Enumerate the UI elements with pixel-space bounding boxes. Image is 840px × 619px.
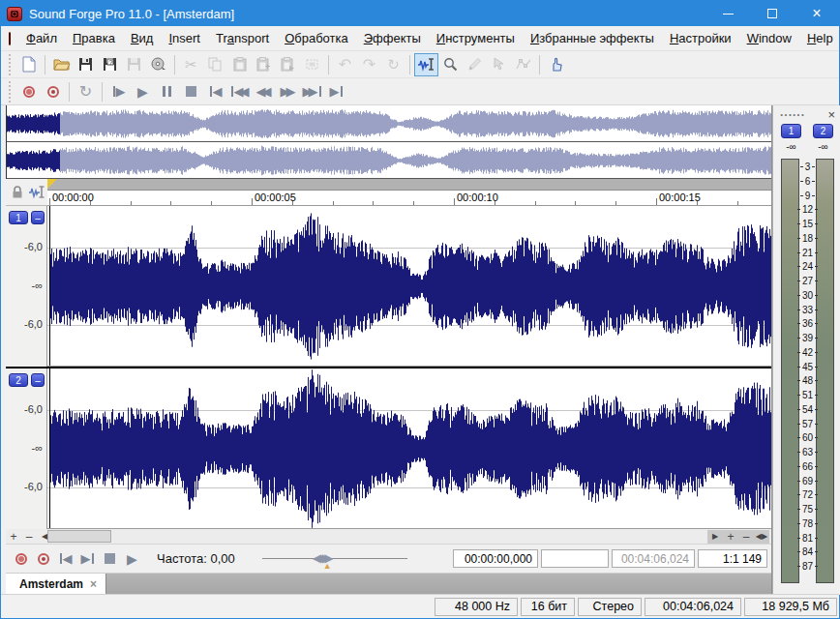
cursor-position-field[interactable]: 00:00:00,000 [453, 549, 538, 568]
record-remote-button[interactable] [32, 547, 54, 571]
go-to-start-button[interactable]: ◀ [54, 547, 76, 571]
meter-scale-label: 15 [795, 220, 820, 229]
extract-cd-button[interactable] [146, 53, 170, 76]
save-as-button[interactable]: ? [98, 53, 122, 76]
zoom-left-button-0[interactable]: + [6, 530, 21, 544]
minimize-icon [723, 14, 734, 15]
tab-close-icon[interactable]: × [90, 577, 97, 591]
scrollbar-thumb[interactable] [47, 530, 111, 543]
zoom-right-button-1[interactable]: + [723, 530, 738, 544]
zoom-ratio-field[interactable]: 1:1 149 [698, 549, 767, 568]
menu-window[interactable]: Window [739, 27, 799, 49]
meter-scale-label: 54 [795, 404, 820, 414]
db-label: -∞ [8, 280, 43, 291]
ruler-tick [49, 198, 50, 205]
edit-tool-button[interactable] [414, 53, 438, 76]
stop-button[interactable] [179, 80, 203, 103]
meter-scale-label: 30 [795, 290, 820, 300]
menu-настройки[interactable]: Настройки [662, 27, 739, 49]
stop-button[interactable] [99, 547, 121, 571]
meter-scale-label: 24 [795, 262, 820, 272]
menu-избранные-эффекты[interactable]: Избранные эффекты [523, 27, 662, 49]
close-button[interactable]: × [795, 1, 839, 26]
meter-scale-label: 42 [795, 347, 820, 357]
channel2-collapse-button[interactable]: – [31, 373, 45, 387]
menu-вид[interactable]: Вид [123, 27, 162, 49]
menu-правка[interactable]: Правка [65, 27, 123, 49]
meter-scale-label: 6 [795, 176, 820, 186]
menu-обработка[interactable]: Обработка [277, 27, 356, 49]
menu-инструменты[interactable]: Инструменты [429, 27, 523, 49]
meter-scale-label: 39 [795, 334, 820, 343]
record-button[interactable] [10, 547, 32, 571]
cursor-flag[interactable] [47, 179, 57, 189]
meter-scale-label: 33 [795, 305, 820, 314]
tab-amsterdam[interactable]: Amsterdam × [6, 574, 106, 595]
menu-эффекты[interactable]: Эффекты [356, 27, 429, 49]
ruler-time-label: 00:00:10 [457, 192, 498, 203]
magnify-tool-button[interactable] [438, 53, 463, 76]
whats-this-help-button[interactable] [544, 53, 568, 76]
channel1-button[interactable]: 1 [9, 211, 28, 224]
save-button[interactable] [74, 53, 98, 76]
ruler-tick [575, 201, 576, 205]
panel-close-icon[interactable]: × [827, 108, 835, 121]
window-title: Sound Forge Pro 11.0 - [Amsterdam] [29, 7, 234, 21]
edit-tool-icon[interactable] [29, 185, 45, 199]
go-to-end-button[interactable]: ▶ [324, 80, 348, 103]
position-bar[interactable] [47, 179, 771, 191]
previous-marker-button[interactable]: ◀◀ [227, 80, 252, 103]
length-field[interactable]: 00:04:06,024 [612, 549, 695, 568]
cut-button: ✂ [179, 53, 203, 76]
channel1-collapse-button[interactable]: – [31, 211, 45, 224]
meter-channel2-button[interactable]: 2 [813, 124, 833, 138]
meter-scale-label: 60 [795, 433, 820, 443]
menu-help[interactable]: Help [799, 27, 840, 49]
scrub-track[interactable] [262, 558, 407, 559]
ruler-tick [292, 201, 293, 205]
zoom-right-button-0[interactable]: ▶ [707, 530, 723, 544]
channel2-button[interactable]: 2 [9, 373, 28, 387]
new-button[interactable] [16, 53, 41, 76]
record-remote-button[interactable] [41, 80, 65, 103]
lock-icon[interactable] [11, 185, 24, 199]
transport-grip[interactable] [9, 81, 13, 103]
zoom-right-button-2[interactable]: – [738, 530, 754, 544]
title-bar: Sound Forge Pro 11.0 - [Amsterdam] × [1, 1, 839, 26]
record-button[interactable] [16, 80, 41, 103]
channel1-gutter: 1 – -6,0 -∞ -6,0 [6, 206, 47, 367]
rewind-button[interactable]: ◀◀ [252, 80, 276, 103]
forward-button[interactable]: ▶▶ [276, 80, 300, 103]
toolbar-grip[interactable] [9, 54, 13, 75]
copy-button [203, 53, 227, 76]
go-to-end-button[interactable]: ▶ [76, 547, 99, 571]
toolbar-separator [102, 82, 103, 102]
menu-файл[interactable]: Файл [18, 27, 65, 49]
minimize-button[interactable] [705, 1, 750, 26]
zoom-right-button-3[interactable]: ◀▶ [754, 530, 769, 544]
channel2-waveform[interactable] [47, 368, 771, 529]
loop-playback-button[interactable]: ↻ [74, 80, 98, 103]
menu-transport[interactable]: Transport [208, 27, 277, 49]
ruler-tick [373, 201, 374, 205]
frequency-label: Частота: 0,00 [157, 551, 235, 566]
scrub-slider[interactable]: ◀◆▶ ▲ [262, 549, 407, 569]
maximize-button[interactable] [750, 1, 795, 26]
go-to-start-button[interactable]: ◀ [203, 80, 227, 103]
open-button[interactable] [49, 53, 74, 76]
zoom-left-button-1[interactable]: – [21, 530, 37, 544]
play-button[interactable]: ▶ [131, 80, 155, 103]
play-all-button[interactable]: ▶ [106, 80, 131, 103]
channel1-waveform[interactable] [47, 206, 771, 367]
channel2-gutter: 2 – -6,0 -∞ -6,0 [6, 368, 47, 529]
menu-insert[interactable]: Insert [161, 27, 208, 49]
selection-field[interactable] [541, 549, 609, 568]
meter-channel1-button[interactable]: 1 [781, 124, 801, 138]
file-overview-strip[interactable] [6, 105, 771, 179]
meter-scale-label: 69 [795, 476, 820, 486]
next-marker-button[interactable]: ▶▶ [300, 80, 324, 103]
db-label: -6,0 [8, 318, 43, 330]
play-button[interactable]: ▶ [121, 547, 143, 571]
pause-button[interactable] [155, 80, 179, 103]
time-ruler[interactable]: 00:00:0000:00:0500:00:1000:00:15 [47, 191, 771, 206]
